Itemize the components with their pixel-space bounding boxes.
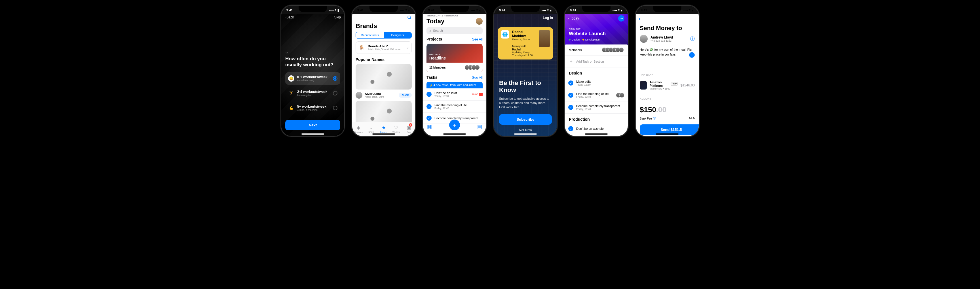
- home-indicator[interactable]: [514, 133, 537, 135]
- checkbox-checked-icon[interactable]: ✓: [568, 126, 573, 131]
- task-row[interactable]: ✓ Don't be an asshole: [565, 123, 628, 134]
- brand-image[interactable]: [356, 64, 412, 89]
- date-label: THURSDAY 1 FEBRUARY: [423, 14, 486, 17]
- members-row[interactable]: Members: [565, 44, 628, 56]
- search-input[interactable]: ⌕ Search: [426, 27, 483, 34]
- skip-button[interactable]: Skip: [334, 15, 341, 19]
- shop-icon: ○: [370, 125, 372, 130]
- signal-icon: ▪▪▪▪: [329, 8, 334, 12]
- radio-icon: [333, 106, 337, 110]
- furniture-icon: 🪑: [359, 44, 365, 51]
- notification-badge: 1: [479, 93, 483, 96]
- shop-button[interactable]: SHOP: [399, 93, 412, 98]
- info-icon[interactable]: ⓘ: [653, 116, 656, 121]
- card-row[interactable]: Amazon Platinum▸Pay Mastercard • 1562 $1…: [636, 78, 699, 92]
- status-icons: ▪▪▪▪ ⌔ ▮: [542, 8, 552, 12]
- add-button[interactable]: ＋: [449, 119, 460, 130]
- see-all-link[interactable]: See All: [472, 37, 483, 41]
- send-arrow-icon[interactable]: ↑: [689, 52, 695, 58]
- bag-badge: 2: [409, 123, 412, 127]
- contact-row[interactable]: Andrew Lloyd +43 323-613-1222 ⓘ: [636, 35, 699, 46]
- option-2[interactable]: 💪 5+ workouts/week A man, a machine: [285, 102, 340, 114]
- step-label: 1/5: [285, 52, 340, 55]
- segment-designers[interactable]: Designers: [383, 32, 412, 38]
- project-card[interactable]: PROJECT Headline 12 Members: [426, 44, 483, 72]
- tag-design: Design: [569, 38, 580, 41]
- amount-label: AMOUNT: [636, 97, 699, 102]
- assignee-avatars: [616, 93, 624, 98]
- status-time: 9:41: [499, 8, 505, 12]
- subscribe-button[interactable]: Subscribe: [499, 114, 552, 125]
- task-row[interactable]: ✓ Find the meaning of life Friday, 12:40: [565, 89, 628, 102]
- checkbox-checked-icon[interactable]: ✓: [426, 92, 431, 97]
- phone-subscribe: 9:41 ▪▪▪▪ ⌔ ▮ Log in 🌐 Rachel Maddow Fin…: [494, 6, 557, 136]
- checkbox-checked-icon[interactable]: ✓: [568, 81, 573, 86]
- home-indicator[interactable]: [443, 133, 466, 135]
- login-button[interactable]: Log in: [494, 14, 557, 22]
- avatar: [640, 35, 648, 43]
- home-indicator[interactable]: [301, 133, 324, 135]
- phone-brands: 9:41 ▪▪▪▪ ⌔ ▮ Brands Manufacturers Desig…: [352, 6, 415, 136]
- option-0[interactable]: 😅 0-1 workouts/week I'm a little rusty: [285, 72, 340, 85]
- task-row[interactable]: ✓ Make edits Today, 12:30: [565, 77, 628, 89]
- home-indicator[interactable]: [656, 133, 679, 135]
- phone-today: 9:41 ▪▪▪▪ ⌔ ▮ THURSDAY 1 FEBRUARY Today …: [423, 6, 486, 136]
- status-time: 9:41: [641, 8, 647, 12]
- next-button[interactable]: Next: [285, 120, 340, 130]
- home-indicator[interactable]: [372, 133, 395, 135]
- amount-display[interactable]: $150.00: [636, 102, 699, 115]
- task-row[interactable]: ✓ Don't be an idiot Today, 10:00 10:00 1: [423, 88, 486, 101]
- list-icon[interactable]: ▤: [477, 124, 482, 130]
- home-indicator[interactable]: [585, 133, 608, 135]
- status-bar: 9:41 ▪▪▪▪ ⌔ ▮: [281, 6, 344, 14]
- dot-icon: [569, 39, 571, 41]
- more-icon[interactable]: ⋯: [618, 15, 624, 22]
- chevron-left-icon[interactable]: ‹: [639, 15, 641, 22]
- tab-bag[interactable]: ▣Bag2: [402, 122, 415, 136]
- tab-discover[interactable]: ◈Discover: [352, 122, 365, 136]
- member-avatars: [465, 65, 480, 70]
- project-label: PROJECT: [569, 28, 624, 30]
- back-button[interactable]: ‹ Back: [285, 15, 294, 19]
- option-1[interactable]: 🏋 2-4 workouts/week I'm a regular: [285, 87, 340, 100]
- search-icon[interactable]: [407, 15, 412, 21]
- projects-heading: Projects: [426, 37, 442, 41]
- card-balance: $1246.00: [681, 83, 695, 87]
- search-icon: ⌕: [429, 29, 431, 32]
- new-tasks-banner[interactable]: ⚡ 4 new tasks, from Yura and Artem: [426, 82, 483, 88]
- tag-development: Development: [582, 38, 600, 41]
- author-card[interactable]: 🌐 Rachel Maddow Finance, Stocks Money wi…: [498, 27, 553, 59]
- calendar-icon[interactable]: ▦: [427, 124, 432, 130]
- status-icons: ▪▪▪▪ ⌔ ▮: [683, 8, 694, 12]
- status-bar: 9:41 ▪▪▪▪ ⌔ ▮: [352, 6, 415, 14]
- segment-manufacturers[interactable]: Manufacturers: [356, 32, 383, 38]
- checkbox-checked-icon[interactable]: ✓: [568, 93, 573, 98]
- phone-send-money: 9:41 ▪▪▪▪ ⌔ ▮ ‹ Send Money to Andrew Llo…: [636, 6, 699, 136]
- chevron-right-icon: ›: [407, 45, 409, 50]
- avatar[interactable]: [476, 18, 483, 25]
- project-title: Website Launch: [569, 31, 624, 37]
- bank-fee-label: Bank Feeⓘ: [640, 116, 656, 121]
- see-all-link[interactable]: See All: [472, 76, 483, 79]
- tasks-heading: Tasks: [426, 75, 438, 79]
- checkbox-checked-icon[interactable]: ✓: [568, 105, 573, 110]
- checkbox-checked-icon[interactable]: ✓: [426, 104, 431, 109]
- checkbox-checked-icon[interactable]: ✓: [426, 116, 431, 121]
- app-icon: 🌐: [501, 30, 509, 38]
- status-icons: ▪▪▪▪ ⌔ ▮: [329, 8, 339, 12]
- status-bar: 9:41 ▪▪▪▪ ⌔ ▮: [423, 6, 486, 14]
- brands-az-row[interactable]: 🪑 Brands A to Z Artek, HAY, Vitra & 100 …: [356, 41, 412, 54]
- apple-pay-badge: ▸Pay: [671, 82, 678, 86]
- page-title: Send Money to: [636, 23, 699, 35]
- chevron-left-icon: ‹: [285, 15, 286, 19]
- task-row[interactable]: ✓ Become completely transparent Friday, …: [565, 102, 628, 114]
- note-input[interactable]: Here's 💸 for my part of the meal. Pls, k…: [640, 47, 695, 57]
- task-row[interactable]: ✓ Find the meaning of life Friday, 12:40: [423, 101, 486, 113]
- brand-row[interactable]: Alvar Aalto Artek, Iitala, Vitra SHOP: [352, 92, 415, 101]
- back-button[interactable]: ‹ Today: [568, 16, 579, 21]
- add-task-row[interactable]: ＋ Add Task or Section: [565, 56, 628, 67]
- person-icon: 😅: [288, 75, 294, 82]
- info-icon[interactable]: ⓘ: [690, 36, 695, 42]
- card-icon: [640, 81, 647, 89]
- wishlist-icon: ♡: [394, 125, 398, 130]
